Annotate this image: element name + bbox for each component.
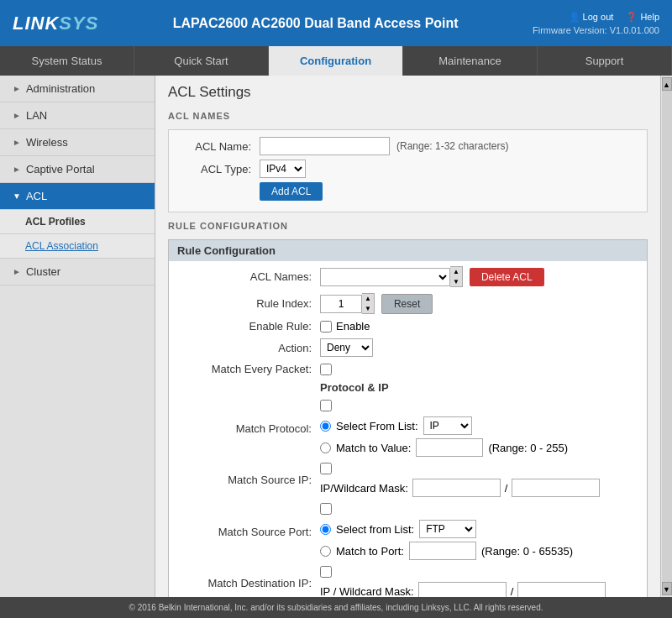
firmware-version: Firmware Version: V1.0.01.000 bbox=[533, 25, 659, 35]
match-every-label: Match Every Packet: bbox=[173, 363, 320, 375]
spinner-down-icon[interactable]: ▼ bbox=[362, 304, 374, 314]
enable-rule-checkbox[interactable] bbox=[320, 321, 332, 333]
dest-ip-input[interactable] bbox=[418, 582, 507, 597]
footer-text: © 2016 Belkin International, Inc. and/or… bbox=[129, 603, 543, 612]
dest-wildcard-input[interactable] bbox=[517, 582, 606, 597]
arrow-icon: ► bbox=[13, 84, 21, 93]
tab-configuration[interactable]: Configuration bbox=[269, 46, 403, 76]
enable-rule-row: Enable Rule: Enable bbox=[173, 320, 643, 333]
sidebar-item-acl[interactable]: ▼ ACL bbox=[0, 183, 155, 210]
main-layout: ► Administration ► LAN ► Wireless ► Capt… bbox=[0, 76, 672, 597]
spinner-up-icon[interactable]: ▲ bbox=[362, 294, 374, 304]
sidebar-item-lan[interactable]: ► LAN bbox=[0, 102, 155, 129]
rule-config-section-header: RULE CONFIGURATION bbox=[168, 221, 648, 233]
protocol-ip-title: Protocol & IP bbox=[320, 381, 389, 394]
header: LINKSYS LAPAC2600 AC2600 Dual Band Acces… bbox=[0, 0, 672, 46]
match-every-checkbox[interactable] bbox=[320, 364, 332, 375]
enable-label: Enable bbox=[336, 320, 370, 333]
tab-support[interactable]: Support bbox=[538, 46, 672, 76]
acl-name-hint: (Range: 1-32 characters) bbox=[396, 140, 508, 152]
range-0-255: (Range: 0 - 255) bbox=[488, 442, 568, 454]
acl-names-form: ACL Name: (Range: 1-32 characters) ACL T… bbox=[168, 129, 648, 212]
source-port-select[interactable]: FTP HTTP HTTPS SMTP Telnet bbox=[419, 520, 476, 538]
add-acl-row: Add ACL bbox=[176, 182, 640, 201]
rule-config-title: Rule Configuration bbox=[169, 240, 647, 261]
acl-names-row: ACL Names: ▲ ▼ Delete ACL bbox=[173, 266, 643, 287]
source-wildcard-input[interactable] bbox=[512, 479, 600, 497]
sidebar-item-cluster[interactable]: ► Cluster bbox=[0, 259, 155, 285]
acl-names-spinner[interactable]: ▲ ▼ bbox=[450, 266, 463, 287]
sidebar: ► Administration ► LAN ► Wireless ► Capt… bbox=[0, 76, 155, 597]
match-source-ip-checkbox[interactable] bbox=[320, 463, 332, 474]
source-port-radio-value[interactable] bbox=[320, 546, 331, 557]
tab-maintenance[interactable]: Maintenance bbox=[403, 46, 538, 76]
scrollbar-up[interactable]: ▲ bbox=[662, 77, 672, 91]
acl-type-row: ACL Type: IPv4 IPv6 MAC bbox=[176, 160, 640, 178]
acl-names-select-wrap: ▲ ▼ bbox=[320, 266, 463, 287]
protocol-value-input[interactable] bbox=[416, 438, 483, 457]
match-to-port-label: Match to Port: bbox=[336, 545, 404, 558]
acl-type-select[interactable]: IPv4 IPv6 MAC bbox=[260, 160, 306, 178]
match-to-value-label: Match to Value: bbox=[336, 442, 411, 454]
match-every-row: Match Every Packet: bbox=[173, 363, 643, 375]
delete-acl-button[interactable]: Delete ACL bbox=[470, 268, 544, 286]
ip-wildcard-mask2-label: IP / Wildcard Mask: bbox=[320, 585, 414, 597]
protocol-radio-list[interactable] bbox=[320, 421, 331, 432]
sidebar-sub-acl-profiles[interactable]: ACL Profiles bbox=[0, 210, 155, 234]
source-port-radio-list[interactable] bbox=[320, 524, 331, 535]
match-dest-ip-row: Match Destination IP: IP / Wildcard Mask… bbox=[173, 566, 643, 597]
acl-names-section-header: ACL NAMES bbox=[168, 111, 648, 123]
protocol-select[interactable]: IP TCP UDP ICMP bbox=[423, 416, 472, 435]
page-title: ACL Settings bbox=[168, 84, 648, 101]
arrow-icon: ► bbox=[13, 138, 21, 147]
rule-config-box: Rule Configuration ACL Names: ▲ ▼ Dele bbox=[168, 239, 648, 597]
protocol-radio-value[interactable] bbox=[320, 443, 331, 453]
logout-link[interactable]: 👤 Log out bbox=[569, 12, 614, 23]
action-row: Action: Deny Permit bbox=[173, 338, 643, 357]
sidebar-item-administration[interactable]: ► Administration bbox=[0, 76, 155, 102]
acl-names-select[interactable] bbox=[320, 268, 450, 286]
header-title: LAPAC2600 AC2600 Dual Band Access Point bbox=[98, 16, 533, 31]
help-icon: ❓ bbox=[626, 12, 640, 22]
scrollbar-track bbox=[662, 91, 672, 582]
match-protocol-label: Match Protocol: bbox=[173, 422, 320, 435]
match-source-port-label: Match Source Port: bbox=[173, 526, 320, 538]
match-source-port-checkbox[interactable] bbox=[320, 503, 332, 515]
ip-wildcard-mask-label: IP/Wildcard Mask: bbox=[320, 482, 408, 495]
nav-tabs: System Status Quick Start Configuration … bbox=[0, 46, 672, 76]
add-acl-button[interactable]: Add ACL bbox=[260, 182, 323, 201]
match-protocol-row: Match Protocol: Select From List: IP TCP… bbox=[173, 400, 643, 457]
rule-index-spinner: ▲ ▼ bbox=[320, 293, 375, 314]
source-port-value-input[interactable] bbox=[409, 542, 476, 560]
match-source-ip-row: Match Source IP: IP/Wildcard Mask: / bbox=[173, 463, 643, 497]
help-link[interactable]: ❓ Help bbox=[626, 12, 659, 23]
match-protocol-checkbox[interactable] bbox=[320, 400, 332, 411]
select-from-list2-label: Select from List: bbox=[336, 523, 414, 536]
scrollbar[interactable]: ▲ ▼ bbox=[660, 76, 672, 597]
action-select[interactable]: Deny Permit bbox=[320, 338, 373, 357]
protocol-ip-title-row: Protocol & IP bbox=[173, 381, 643, 394]
rule-config-form: ACL Names: ▲ ▼ Delete ACL bbox=[169, 261, 647, 597]
rule-index-label: Rule Index: bbox=[173, 297, 320, 310]
acl-name-row: ACL Name: (Range: 1-32 characters) bbox=[176, 137, 640, 155]
sidebar-acl-submenu: ACL Profiles ACL Association bbox=[0, 210, 155, 259]
rule-index-input[interactable] bbox=[320, 295, 362, 313]
reset-button[interactable]: Reset bbox=[381, 294, 433, 314]
match-dest-ip-checkbox[interactable] bbox=[320, 566, 332, 578]
scrollbar-down[interactable]: ▼ bbox=[662, 582, 672, 595]
range-0-65535: (Range: 0 - 65535) bbox=[481, 545, 573, 558]
tab-system-status[interactable]: System Status bbox=[0, 46, 134, 76]
slash-divider2: / bbox=[511, 585, 514, 597]
user-icon: 👤 bbox=[569, 12, 583, 22]
arrow-icon: ► bbox=[13, 267, 21, 276]
sidebar-item-captive-portal[interactable]: ► Captive Portal bbox=[0, 156, 155, 183]
enable-rule-label: Enable Rule: bbox=[173, 320, 320, 333]
sidebar-item-wireless[interactable]: ► Wireless bbox=[0, 129, 155, 156]
arrow-icon: ▼ bbox=[13, 191, 21, 201]
acl-name-input[interactable] bbox=[260, 137, 390, 155]
tab-quick-start[interactable]: Quick Start bbox=[134, 46, 269, 76]
source-ip-input[interactable] bbox=[412, 479, 501, 497]
arrow-icon: ► bbox=[13, 111, 21, 120]
acl-names-field-label: ACL Names: bbox=[173, 270, 320, 283]
sidebar-sub-acl-association[interactable]: ACL Association bbox=[0, 234, 155, 259]
